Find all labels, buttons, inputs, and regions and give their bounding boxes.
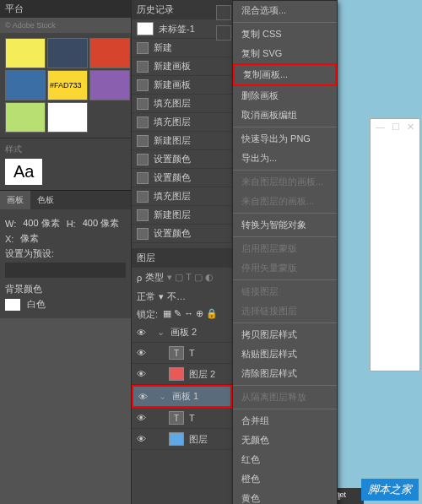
history-step-icon [137,42,149,54]
swatch[interactable] [89,38,130,68]
filter-kind[interactable]: 类型 [145,271,164,284]
swatch[interactable]: #FAD733 [47,70,88,100]
layer-row[interactable]: 👁图层 [132,429,232,450]
shape-layer-thumb [169,367,184,381]
bg-value[interactable]: 白色 [27,298,46,311]
history-item[interactable]: 新建图层 [132,206,232,225]
history-item[interactable]: 新建画板 [132,57,232,76]
history-item[interactable]: 填充图层 [132,95,232,113]
layer-name[interactable]: 图层 [189,433,208,446]
context-menu-item[interactable]: 删除画板 [233,86,337,106]
context-menu-item[interactable]: 快速导出为 PNG [233,129,337,149]
chevron-down-icon[interactable]: ⌄ [159,391,167,402]
context-menu-item: 从隔离图层释放 [233,387,337,407]
x-value[interactable]: 像素 [20,232,39,245]
preset-dropdown[interactable] [5,263,126,278]
maximize-icon[interactable]: ☐ [392,122,400,133]
context-menu-item[interactable]: 转换为智能对象 [233,215,337,235]
collapsed-panel-icon[interactable] [216,25,231,41]
lock-label: 锁定: [137,308,158,321]
swatch[interactable] [47,102,88,133]
stock-credit: © Adobe Stock [0,18,131,33]
visibility-icon[interactable]: 👁 [137,413,147,423]
visibility-icon[interactable]: 👁 [137,369,147,379]
swatch[interactable] [5,102,46,133]
platform-label: 平台 [0,0,131,18]
layer-row[interactable]: 👁图层 2 [132,364,232,385]
visibility-icon[interactable]: 👁 [137,328,147,338]
history-item[interactable]: 设置颜色 [132,169,232,187]
layer-row[interactable]: 👁⌄画板 2 [132,322,232,343]
layer-name[interactable]: 图层 2 [189,368,215,381]
history-item[interactable]: 设置颜色 [132,150,232,169]
text-layer-icon: T [169,411,184,425]
context-menu-item[interactable]: 复制画板... [233,63,337,86]
collapsed-panel-icon[interactable] [216,5,231,20]
w-value[interactable]: 400 像素 [23,217,59,230]
context-menu-item[interactable]: 粘贴图层样式 [233,344,337,364]
swatch[interactable] [47,38,88,68]
layer-row[interactable]: 👁TT [132,408,232,429]
context-menu-item[interactable]: 导出为... [233,149,337,168]
context-menu-item[interactable]: 复制 SVG [233,44,337,63]
visibility-icon[interactable]: 👁 [137,434,147,444]
bg-label: 背景颜色 [5,283,42,295]
history-step-icon [137,135,149,147]
context-menu-item[interactable]: 橙色 [233,469,337,489]
history-item[interactable]: 新建画板 [132,76,232,95]
history-item[interactable]: 填充图层 [132,187,232,206]
context-menu-item[interactable]: 清除图层样式 [233,364,337,383]
preset-label: 设置为预设: [5,247,126,260]
swatch[interactable] [5,38,46,68]
context-menu-item: 停用矢量蒙版 [233,258,337,278]
opacity-field[interactable]: 不… [167,290,186,303]
history-item[interactable]: 新建 [132,39,232,57]
tab-swatches[interactable]: 色板 [30,191,61,209]
background-window: —☐✕ [370,118,420,371]
context-menu-item[interactable]: 合并组 [233,411,337,431]
chevron-down-icon[interactable]: ⌄ [157,327,165,338]
panel-tabs: 画板 色板 [0,190,131,209]
visibility-icon[interactable]: 👁 [138,392,149,402]
context-menu-item[interactable]: 复制 CSS [233,24,337,44]
layer-context-menu: 混合选项...复制 CSS复制 SVG复制画板...删除画板取消画板编组快速导出… [232,0,338,504]
history-doc-thumb[interactable] [137,22,154,35]
history-item[interactable]: 新建图层 [132,132,232,150]
layer-name[interactable]: T [189,413,195,423]
context-menu-item[interactable]: 黄色 [233,489,337,504]
context-menu-item[interactable]: 取消画板编组 [233,106,337,125]
layer-name[interactable]: T [189,348,195,358]
history-title: 历史记录 [137,3,174,16]
bg-swatch[interactable] [5,299,20,311]
layer-row[interactable]: 👁⌄画板 1 [132,385,232,408]
history-step-icon [137,154,149,165]
history-item[interactable]: 设置颜色 [132,225,232,243]
history-step-icon [137,61,149,73]
shape-layer-thumb [169,432,184,446]
swatch[interactable] [5,70,46,100]
layers-title: 图层 [137,252,155,263]
h-value[interactable]: 400 像素 [83,217,119,230]
history-step-icon [137,117,149,128]
context-menu-item[interactable]: 拷贝图层样式 [233,325,337,344]
context-menu-item[interactable]: 无颜色 [233,431,337,450]
lock-icons[interactable]: ▦ ✎ ↔ ⊕ 🔒 [163,308,218,321]
visibility-icon[interactable]: 👁 [137,348,147,358]
x-label: X: [5,234,14,244]
close-icon[interactable]: ✕ [407,122,414,133]
layer-name[interactable]: 画板 1 [172,390,198,403]
layer-row[interactable]: 👁TT [132,343,232,364]
tab-artboard[interactable]: 画板 [0,191,30,209]
style-preview-aa[interactable]: Aa [5,159,42,185]
history-item[interactable]: 填充图层 [132,113,232,132]
context-menu-item[interactable]: 混合选项... [233,1,337,20]
context-menu-item[interactable]: 红色 [233,450,337,469]
layer-name[interactable]: 画板 2 [170,326,197,339]
history-step-icon [137,228,149,240]
swatch[interactable] [89,70,130,100]
history-doc[interactable]: 未标签-1 [159,23,195,35]
blend-mode[interactable]: 正常 [137,290,155,303]
text-layer-icon: T [169,346,184,360]
watermark-brand: 脚本之家 [361,479,419,501]
minimize-icon[interactable]: — [376,122,385,133]
